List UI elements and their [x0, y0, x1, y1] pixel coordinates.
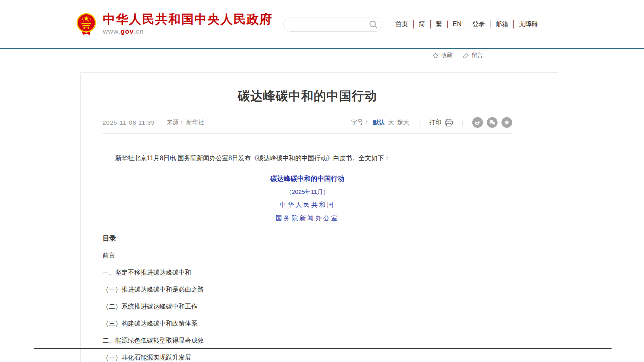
site-url-gov: gov: [121, 28, 134, 35]
share-icons: [472, 117, 512, 128]
fontsize-label: 字号：: [351, 119, 369, 126]
document-author-line2: 国务院新闻办公室: [103, 214, 512, 223]
star-outline-icon: [432, 52, 439, 59]
site-url: www.gov.cn: [103, 28, 273, 36]
nav-simplified[interactable]: 简: [413, 20, 430, 28]
nav-login[interactable]: 登录: [467, 20, 490, 28]
favorite-label: 收藏: [441, 52, 452, 59]
search-input[interactable]: [290, 18, 369, 30]
bottom-edge-line: [34, 348, 612, 349]
nav-home[interactable]: 首页: [389, 20, 413, 28]
page: 中华人民共和国中央人民政府 www.gov.cn 首页 简 繁 EN: [0, 0, 644, 362]
share-wechat-button[interactable]: [487, 117, 498, 128]
top-nav: 首页 简 繁 EN 登录 邮箱 无障碍: [389, 20, 543, 28]
document-author-line1: 中华人民共和国: [103, 201, 512, 209]
document-date: （2025年11月）: [103, 188, 512, 196]
share-weibo-button[interactable]: [472, 117, 483, 128]
source: 来源： 新华社: [167, 119, 204, 126]
site-title: 中华人民共和国中央人民政府: [103, 13, 273, 26]
star-badge-icon: [503, 119, 510, 126]
message-label: 留言: [472, 52, 483, 59]
site-logo[interactable]: 中华人民共和国中央人民政府 www.gov.cn: [75, 12, 273, 36]
toc-item-preface: 前言: [103, 251, 512, 260]
separator: |: [419, 119, 421, 126]
nav-english[interactable]: EN: [447, 21, 467, 28]
source-label: 来源：: [167, 119, 184, 125]
toc-item-1-2: （二）系统推进碳达峰碳中和工作: [103, 302, 512, 311]
print-label: 打印: [429, 119, 441, 126]
nav-accessibility[interactable]: 无障碍: [513, 20, 543, 28]
lead-paragraph: 新华社北京11月8日电 国务院新闻办公室8日发布《碳达峰碳中和的中国行动》白皮书…: [103, 154, 512, 163]
share-favorite-button[interactable]: [502, 117, 512, 128]
search-box: [283, 17, 382, 32]
site-url-cn: .cn: [134, 28, 144, 35]
weibo-icon: [474, 119, 481, 126]
pencil-icon: [463, 52, 469, 59]
article-title: 碳达峰碳中和的中国行动: [103, 88, 512, 104]
favorite-button[interactable]: 收藏: [432, 52, 452, 59]
nav-traditional[interactable]: 繁: [430, 20, 447, 28]
fontsize-default-button[interactable]: 默认: [373, 119, 385, 126]
toc-title: 目录: [103, 234, 512, 243]
printer-icon: [445, 119, 453, 127]
national-emblem-icon: [75, 12, 97, 36]
site-url-www: www.: [103, 28, 121, 35]
message-button[interactable]: 留言: [463, 52, 483, 59]
fontsize-large-button[interactable]: 大: [388, 119, 394, 126]
article-container: 碳达峰碳中和的中国行动 2025-11-08 11:39 来源： 新华社 字号：…: [80, 72, 558, 362]
document-title: 碳达峰碳中和的中国行动: [103, 174, 512, 183]
print-button[interactable]: 打印: [429, 119, 453, 127]
header-divider-line: [0, 48, 644, 49]
page-toolbar: 收藏 留言: [432, 52, 483, 59]
publish-date: 2025-11-08 11:39: [103, 119, 155, 126]
search-button[interactable]: [369, 20, 378, 29]
source-value[interactable]: 新华社: [186, 119, 204, 125]
search-icon: [369, 20, 378, 29]
toc-item-2: 二、能源绿色低碳转型取得显著成效: [103, 336, 512, 345]
article-meta-row: 2025-11-08 11:39 来源： 新华社 字号： 默认 大 超大 | 打…: [103, 117, 512, 134]
fontsize-xlarge-button[interactable]: 超大: [397, 119, 409, 126]
wechat-icon: [489, 119, 496, 126]
site-header: 中华人民共和国中央人民政府 www.gov.cn 首页 简 繁 EN: [0, 0, 644, 48]
toc-item-1: 一、坚定不移推进碳达峰碳中和: [103, 268, 512, 277]
toc-item-1-1: （一）推进碳达峰碳中和是必由之路: [103, 285, 512, 294]
toc-item-1-3: （三）构建碳达峰碳中和政策体系: [103, 319, 512, 328]
separator: |: [462, 119, 464, 126]
toc-item-2-1: （一）非化石能源实现跃升发展: [103, 353, 512, 362]
nav-mail[interactable]: 邮箱: [490, 20, 513, 28]
